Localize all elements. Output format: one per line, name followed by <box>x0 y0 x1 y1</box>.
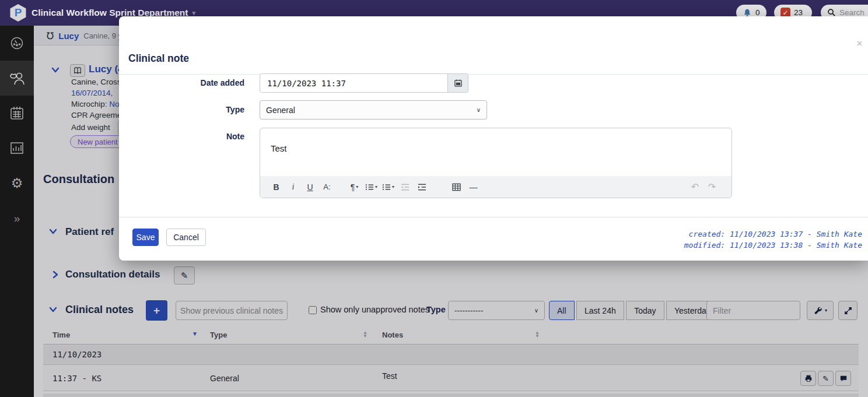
chevron-down-icon: ▾ <box>192 9 195 17</box>
indent-button[interactable] <box>414 180 430 195</box>
notifications-count: 0 <box>755 8 760 17</box>
divider <box>119 74 868 75</box>
underline-button[interactable]: U <box>302 180 318 195</box>
ordered-list-icon <box>365 183 374 191</box>
tasks-count: 23 <box>794 8 803 17</box>
patients-icon <box>8 71 26 86</box>
insert-table-button[interactable] <box>449 180 464 195</box>
sidebar-expand-toggle[interactable]: » <box>0 201 34 236</box>
note-content[interactable]: Test <box>260 128 732 176</box>
calendar-picker-button[interactable] <box>447 73 468 93</box>
logo-letter: P <box>15 6 22 19</box>
sidebar-item-patients[interactable] <box>0 61 34 96</box>
unordered-list-icon <box>382 183 391 191</box>
paragraph-format-button[interactable]: ¶▾ <box>346 180 362 195</box>
unordered-list-button[interactable]: ▾ <box>380 180 396 195</box>
cancel-button[interactable]: Cancel <box>166 229 206 246</box>
horizontal-rule-button[interactable]: — <box>466 180 481 195</box>
search-placeholder: Search <box>839 8 864 17</box>
main-sidebar: ⚙ » <box>0 26 34 397</box>
type-label: Type <box>119 105 244 114</box>
calendar-icon <box>454 79 463 87</box>
calendar-icon <box>9 106 24 121</box>
created-line: created: 11/10/2023 13:37 - Smith Kate <box>684 229 862 240</box>
select-chevron-icon: ∨ <box>477 107 481 113</box>
note-type-select[interactable]: General ∨ <box>260 100 487 120</box>
date-added-input[interactable] <box>260 73 448 93</box>
modified-line: modified: 11/10/2023 13:38 - Smith Kate <box>684 240 862 251</box>
note-rich-text-editor[interactable]: Test B i U A: ¶▾ ▾ <box>260 128 732 198</box>
editor-toolbar: B i U A: ¶▾ ▾ ▾ <box>260 176 732 198</box>
modal-title: Clinical note <box>128 52 189 65</box>
outdent-icon <box>401 183 410 191</box>
gear-icon: ⚙ <box>11 177 23 190</box>
clinical-note-modal: Clinical note × Date added Type General … <box>119 16 868 261</box>
redo-button[interactable]: ↷ <box>704 180 720 195</box>
bar-chart-icon <box>9 140 24 156</box>
italic-button[interactable]: i <box>285 180 301 195</box>
note-audit-info: created: 11/10/2023 13:37 - Smith Kate m… <box>684 229 862 251</box>
search-icon <box>827 8 836 17</box>
font-size-button[interactable]: A: <box>319 180 335 195</box>
undo-button[interactable]: ↶ <box>687 180 703 195</box>
dashboard-gauge-icon <box>9 36 24 51</box>
outdent-button[interactable] <box>397 180 413 195</box>
indent-icon <box>418 183 426 191</box>
close-icon[interactable]: × <box>857 38 862 49</box>
sidebar-item-settings[interactable]: ⚙ <box>0 166 34 201</box>
date-added-label: Date added <box>119 78 244 87</box>
ordered-list-button[interactable]: ▾ <box>363 180 379 195</box>
table-icon <box>452 183 461 191</box>
sidebar-item-calendar[interactable] <box>0 96 34 131</box>
save-button[interactable]: Save <box>132 229 159 246</box>
note-label: Note <box>119 132 244 141</box>
provet-logo-icon[interactable]: P <box>9 4 27 22</box>
double-chevron-icon: » <box>14 213 20 224</box>
sidebar-item-dashboard[interactable] <box>0 26 34 61</box>
sidebar-item-reports[interactable] <box>0 131 34 166</box>
divider <box>119 217 868 217</box>
bold-button[interactable]: B <box>268 180 284 195</box>
